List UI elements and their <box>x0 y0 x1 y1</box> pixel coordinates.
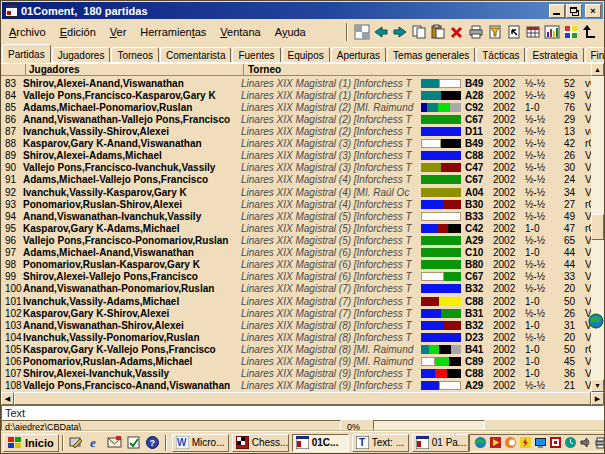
delete-icon[interactable] <box>447 23 466 40</box>
internet-explorer-icon[interactable]: e <box>88 435 103 450</box>
tab-equipos[interactable]: Equipos <box>282 47 330 63</box>
tab-t-cticas[interactable]: Tácticas <box>476 47 525 63</box>
scroll-up-icon[interactable]: ▲ <box>591 63 604 76</box>
table-row[interactable]: 87 Ivanchuk,Vassily-Shirov,Alexei Linare… <box>1 125 593 137</box>
tab-torneos[interactable]: Torneos <box>111 47 159 63</box>
minimize-button[interactable] <box>549 4 565 18</box>
table-row[interactable]: 94 Anand,Viswanathan-Ivanchuk,Vassily Li… <box>1 210 593 222</box>
chart-icon[interactable] <box>542 23 561 40</box>
table-row[interactable]: 103 Anand,Viswanathan-Shirov,Alexei Lina… <box>1 319 593 331</box>
book-arrow-icon[interactable] <box>504 23 523 40</box>
show-desktop-icon[interactable] <box>69 435 84 450</box>
menu-ver[interactable]: Ver <box>103 24 134 40</box>
table-row[interactable]: 96 Vallejo Pons,Francisco-Ponomariov,Rus… <box>1 234 593 246</box>
start-button[interactable]: Inicio <box>3 434 59 452</box>
table-row[interactable]: 108 Vallejo Pons,Francisco-Anand,Viswana… <box>1 380 593 392</box>
column-header-players[interactable]: Jugadores <box>29 64 80 75</box>
help-orb-icon[interactable]: ? <box>145 435 160 450</box>
corner-arrow-icon[interactable] <box>580 23 599 40</box>
tab-fuentes[interactable]: Fuentes <box>232 47 280 63</box>
globe-icon[interactable] <box>474 436 487 449</box>
table-row[interactable]: 85 Adams,Michael-Ponomariov,Ruslan Linar… <box>1 101 593 113</box>
table-row[interactable]: 89 Shirov,Alexei-Adams,Michael Linares X… <box>1 150 593 162</box>
paste-icon[interactable] <box>428 23 447 40</box>
menu-archivo[interactable]: Archivo <box>2 24 53 40</box>
table-icon[interactable] <box>523 23 542 40</box>
menu-edicin[interactable]: Edición <box>53 24 103 40</box>
table-row[interactable]: 86 Anand,Viswanathan-Vallejo Pons,Franci… <box>1 113 593 125</box>
table-row[interactable]: 98 Ponomariov,Ruslan-Kasparov,Gary K Lin… <box>1 259 593 271</box>
game-moves: 42 <box>557 138 575 149</box>
table-row[interactable]: 90 Vallejo Pons,Francisco-Ivanchuk,Vassi… <box>1 162 593 174</box>
antivirus-icon[interactable] <box>549 436 562 449</box>
world-clock-icon[interactable] <box>564 436 577 449</box>
tab-temas-generales[interactable]: Temas generales <box>387 47 475 63</box>
scroll-left-icon[interactable]: ◀ <box>1 392 14 405</box>
table-row[interactable]: 83 Shirov,Alexei-Anand,Viswanathan Linar… <box>1 77 593 89</box>
table-row[interactable]: 99 Shirov,Alexei-Vallejo Pons,Francisco … <box>1 271 593 283</box>
table-row[interactable]: 97 Adams,Michael-Anand,Viswanathan Linar… <box>1 247 593 259</box>
taskbar-button-01pa[interactable]: 01 Pa... <box>412 434 469 452</box>
table-row[interactable]: 100 Anand,Viswanathan-Ponomariov,Ruslan … <box>1 283 593 295</box>
medal-strip <box>421 127 461 136</box>
text-panel-label: Text <box>5 407 25 419</box>
table-row[interactable]: 91 Adams,Michael-Vallejo Pons,Francisco … <box>1 174 593 186</box>
print-icon[interactable] <box>466 23 485 40</box>
horizontal-scroll-thumb[interactable] <box>14 392 591 405</box>
filter-book-icon[interactable] <box>485 23 504 40</box>
scroll-down-icon[interactable]: ▼ <box>591 379 604 392</box>
medal-strip <box>421 224 461 233</box>
agent-icon[interactable] <box>504 436 517 449</box>
table-row[interactable]: 106 Ponomariov,Ruslan-Adams,Michael Lina… <box>1 356 593 368</box>
taskbar-button-chess[interactable]: Chess... <box>232 434 289 452</box>
table-row[interactable]: 101 Ivanchuk,Vassily-Adams,Michael Linar… <box>1 295 593 307</box>
table-row[interactable]: 102 Kasparov,Gary K-Shirov,Alexei Linare… <box>1 307 593 319</box>
table-row[interactable]: 105 Kasparov,Gary K-Vallejo Pons,Francis… <box>1 343 593 355</box>
printer-icon[interactable] <box>594 436 605 449</box>
game-result: ½-½ <box>525 199 557 210</box>
table-row[interactable]: 95 Kasparov,Gary K-Adams,Michael Linares… <box>1 222 593 234</box>
table-row[interactable]: 93 Ponomariov,Ruslan-Shirov,Alexei Linar… <box>1 198 593 210</box>
lightning-icon[interactable] <box>519 436 532 449</box>
menu-ventana[interactable]: Ventana <box>213 24 267 40</box>
table-row[interactable]: 88 Kasparov,Gary K-Anand,Viswanathan Lin… <box>1 138 593 150</box>
column-header-tournament[interactable]: Torneo <box>248 64 281 75</box>
arrow-right-icon[interactable] <box>390 23 409 40</box>
taskbar-button-text[interactable]: TText: ... <box>352 434 409 452</box>
table-row[interactable]: 92 Ivanchuk,Vassily-Kasparov,Gary K Lina… <box>1 186 593 198</box>
game-eco: B32 <box>465 320 493 331</box>
menu-ayuda[interactable]: Ayuda <box>268 24 313 40</box>
media-icon[interactable] <box>489 436 502 449</box>
tab-finales[interactable]: Finales <box>585 47 605 63</box>
display-icon[interactable] <box>534 436 547 449</box>
horizontal-scrollbar[interactable]: ◀ ▶ <box>1 392 604 405</box>
colors-icon[interactable] <box>561 23 580 40</box>
taskbar-button-micro[interactable]: WMicro... <box>172 434 229 452</box>
notes-icon[interactable] <box>126 435 141 450</box>
menu-herramientas[interactable]: Herramientas <box>133 24 213 40</box>
game-players: Ivanchuk,Vassily-Adams,Michael <box>23 296 241 307</box>
tab-estrategia[interactable]: Estrategia <box>526 47 583 63</box>
volume-icon[interactable] <box>579 436 592 449</box>
tab-comentarista[interactable]: Comentarista <box>160 47 231 63</box>
restore-button[interactable] <box>566 4 582 18</box>
table-header[interactable]: Jugadores Torneo <box>1 63 593 76</box>
tab-aperturas[interactable]: Aperturas <box>331 47 386 63</box>
copy-icon[interactable] <box>409 23 428 40</box>
close-button[interactable]: × <box>585 4 601 18</box>
game-players: Kasparov,Gary K-Adams,Michael <box>23 223 241 234</box>
mail-icon[interactable] <box>107 435 122 450</box>
taskbar-button-01c[interactable]: 01C... <box>292 434 349 452</box>
game-players: Anand,Viswanathan-Shirov,Alexei <box>23 320 241 331</box>
board-icon[interactable] <box>352 23 371 40</box>
tab-partidas[interactable]: Partidas <box>2 44 51 63</box>
vertical-scroll-thumb[interactable] <box>591 214 604 240</box>
table-row[interactable]: 107 Shirov,Alexei-Ivanchuk,Vassily Linar… <box>1 368 593 380</box>
tab-jugadores[interactable]: Jugadores <box>52 47 111 63</box>
arrow-left-icon[interactable] <box>371 23 390 40</box>
vertical-scrollbar[interactable]: ▲ ▼ <box>591 63 604 392</box>
title-bar[interactable]: 01Coment, 180 partidas × <box>2 2 603 19</box>
scroll-right-icon[interactable]: ▶ <box>591 392 604 405</box>
table-row[interactable]: 104 Ivanchuk,Vassily-Ponomariov,Ruslan L… <box>1 331 593 343</box>
table-row[interactable]: 84 Vallejo Pons,Francisco-Kasparov,Gary … <box>1 89 593 101</box>
